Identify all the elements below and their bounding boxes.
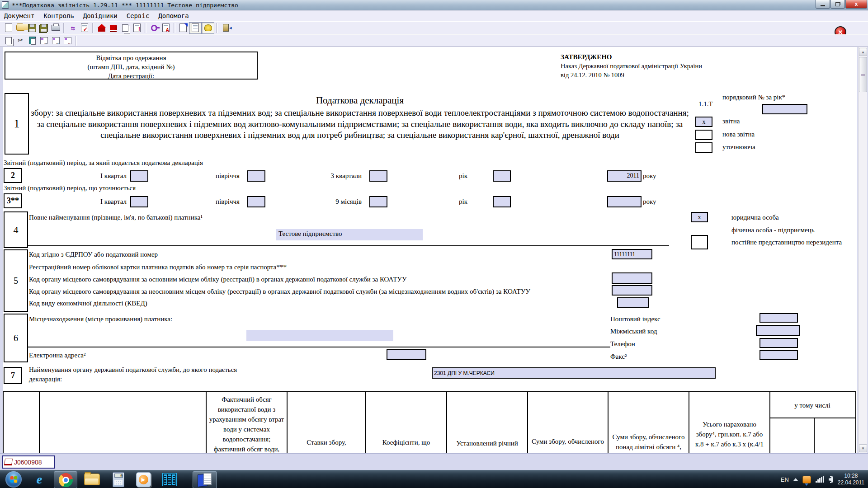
phone-label: Телефон	[610, 340, 635, 348]
input-s2-year-value[interactable]: 2011	[607, 170, 642, 182]
open-icon	[16, 25, 25, 31]
add-record-button[interactable]	[50, 35, 61, 46]
taskbar-internet-explorer[interactable]: e	[29, 471, 50, 488]
kved-input[interactable]	[617, 297, 649, 308]
print-button[interactable]	[50, 23, 61, 33]
col-rates: Ставки збору,	[288, 437, 365, 447]
section3-number: 3**	[4, 193, 22, 208]
update-tray-icon[interactable]	[802, 476, 811, 483]
taskbar-media-player[interactable]: ▶	[133, 471, 154, 488]
exchange-icon: ⇆	[71, 24, 75, 32]
language-indicator[interactable]: EN	[781, 476, 789, 483]
area-code-label: Міжміський код	[610, 328, 657, 335]
tax-office-input[interactable]: 2301 ДПІ У М.ЧЕРКАСИ	[432, 367, 716, 379]
label-individual-entrepreneur: фізична особа - підприємець	[731, 226, 814, 234]
minimize-button[interactable]	[816, 0, 830, 9]
serial-number-input[interactable]	[762, 104, 807, 114]
document-alert-button[interactable]: !	[131, 23, 143, 33]
title-bar[interactable]: ***Податкова звітність 1.29.11 *** 11111…	[0, 0, 868, 10]
copies-icon	[122, 24, 128, 32]
menu-service[interactable]: Сервіс	[123, 11, 154, 20]
col-annual-limit: Установлений річний	[447, 438, 527, 448]
save-all-button[interactable]	[38, 23, 50, 33]
registers-button[interactable]	[108, 23, 119, 33]
input-s2-q1[interactable]	[130, 170, 148, 182]
tax-office-label-line1: Найменування органу державної податкової…	[29, 366, 237, 374]
checkbox-zvitna[interactable]: x	[695, 117, 712, 127]
taskbar-explorer[interactable]	[81, 471, 102, 488]
email-input[interactable]	[387, 349, 426, 360]
menu-document[interactable]: Документ	[0, 11, 38, 20]
input-s3-year-value[interactable]	[607, 196, 642, 207]
taskbar-clock[interactable]: 10:28 22.04.2011	[838, 473, 864, 486]
home-button[interactable]	[96, 23, 108, 33]
phone-input[interactable]	[760, 338, 798, 348]
verify-report-button[interactable]: ✓	[79, 23, 90, 33]
payer-name-input[interactable]: Тестове підприємство	[276, 229, 423, 240]
report-a-button[interactable]: A	[160, 23, 172, 33]
menu-help[interactable]: Допомога	[154, 11, 193, 20]
insert-record-icon	[40, 37, 48, 44]
start-button[interactable]	[4, 471, 24, 488]
checkbox-nonresident[interactable]	[691, 235, 708, 249]
scroll-up-arrow[interactable]: ▲	[859, 48, 867, 56]
vertical-scrollbar[interactable]: ▲ ▼	[858, 47, 867, 453]
input-s3-q1[interactable]	[130, 196, 148, 207]
copy-button[interactable]	[3, 35, 14, 46]
postal-index-input[interactable]	[760, 313, 798, 323]
preview-button[interactable]	[189, 22, 202, 34]
taskbar-tax-app[interactable]	[193, 471, 217, 488]
edrpou-input[interactable]: 11111111	[612, 249, 652, 259]
menu-control[interactable]: Контроль	[39, 11, 78, 20]
col-including: у тому числі	[769, 400, 855, 410]
close-button[interactable]: x	[845, 0, 867, 9]
properties-button[interactable]: ◥	[177, 23, 189, 33]
show-hidden-icons[interactable]	[793, 478, 798, 481]
area-code-input[interactable]	[756, 325, 800, 336]
exchange-button[interactable]: ⇆	[67, 23, 79, 33]
taskbar-chrome[interactable]	[54, 471, 77, 488]
input-s3-9months[interactable]	[369, 196, 387, 207]
input-s3-halfyear[interactable]	[247, 196, 265, 207]
exit-button[interactable]	[220, 23, 231, 33]
volume-icon[interactable]	[829, 476, 833, 483]
taskbar-calculator[interactable]	[108, 471, 128, 488]
windows-start-icon	[5, 471, 22, 488]
checkbox-nova-zvitna[interactable]	[695, 130, 712, 140]
insert-record-button[interactable]	[38, 35, 50, 46]
fax-input[interactable]	[760, 350, 798, 360]
checkbox-utochnyuyucha[interactable]	[695, 142, 712, 153]
delete-record-button[interactable]	[61, 35, 73, 46]
address-input[interactable]	[246, 330, 393, 341]
input-s2-halfyear[interactable]	[247, 170, 265, 182]
serial-number-label: порядковий № за рік*	[722, 94, 785, 101]
key-button[interactable]	[148, 23, 160, 33]
input-s3-year[interactable]	[493, 196, 511, 207]
network-signal-icon[interactable]	[816, 476, 824, 483]
menu-bar: Документ Контроль Довідники Сервіс Допом…	[0, 10, 868, 21]
document-tab[interactable]: J0600908	[2, 455, 55, 469]
koatuu-main-input[interactable]	[612, 272, 652, 284]
paste-button[interactable]	[26, 35, 38, 46]
taskbar-servers-app[interactable]	[159, 471, 180, 488]
postal-index-label: Поштовий індекс	[610, 315, 660, 323]
copies-button[interactable]	[119, 23, 131, 33]
menu-directories[interactable]: Довідники	[79, 11, 122, 20]
new-document-button[interactable]	[3, 23, 14, 33]
koatuu-secondary-input[interactable]	[612, 285, 652, 296]
section7-number: 7	[4, 367, 22, 384]
edit-toolbar: ✂	[0, 34, 868, 47]
scroll-down-arrow[interactable]: ▼	[859, 444, 867, 452]
scrollbar-thumb[interactable]	[859, 57, 867, 92]
input-s2-year[interactable]	[493, 170, 511, 182]
open-button[interactable]	[14, 23, 26, 33]
cut-button[interactable]: ✂	[14, 35, 26, 46]
sign-button[interactable]	[202, 22, 214, 34]
label-q1: І квартал	[63, 172, 127, 180]
document-tab-label: J0600908	[14, 459, 42, 466]
save-button[interactable]	[26, 23, 38, 33]
restore-button[interactable]	[830, 0, 845, 9]
label-3quarters: 3 квартали	[298, 172, 362, 180]
input-s2-3quarters[interactable]	[369, 170, 387, 182]
checkbox-legal-entity[interactable]: x	[691, 212, 708, 222]
